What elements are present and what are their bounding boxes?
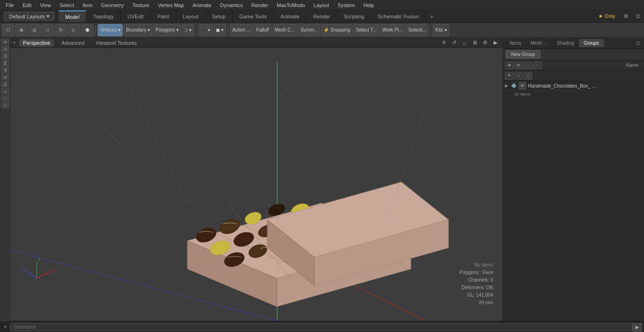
tb-action-btn[interactable]: Action ... <box>230 24 253 36</box>
panel-tab-shading[interactable]: Shading <box>552 39 579 47</box>
gt-up-btn[interactable]: ↑ <box>533 62 542 69</box>
sidebar-item-b[interactable]: B <box>1 39 9 45</box>
menu-edit[interactable]: Edit <box>19 1 35 9</box>
new-group-button[interactable]: New Group <box>506 50 540 58</box>
gt2-r2-btn[interactable]: □ <box>524 72 532 80</box>
vp-ctrl-grid[interactable]: ⊞ <box>471 39 479 47</box>
command-input[interactable] <box>10 323 633 331</box>
polygons-info: Polygons : Face <box>459 269 493 276</box>
groups-list[interactable]: ▶ 👁 Handmade_Chocolates_Box_ ... 20 Item… <box>503 81 644 321</box>
group-row-chocolates[interactable]: ▶ 👁 Handmade_Chocolates_Box_ ... <box>503 81 644 91</box>
menu-select[interactable]: Select <box>56 1 78 9</box>
tb-workpl-btn[interactable]: Work Pl... <box>380 24 405 36</box>
tb-box-btn[interactable]: □ <box>41 24 54 36</box>
tab-model[interactable]: Model <box>58 10 86 22</box>
tb-black-btn[interactable]: ⬛ ▾ <box>198 24 213 36</box>
tb-kits-btn[interactable]: Kits ▾ <box>433 24 449 36</box>
menu-maxtomodo[interactable]: MaxToModo <box>273 1 309 9</box>
tb-play-btn[interactable]: ▷ <box>68 24 80 36</box>
vp-ctrl-rotate[interactable]: ↺ <box>450 39 458 47</box>
tab-schematicfusion[interactable]: Schematic Fusion <box>371 10 426 22</box>
vp-ctrl-zoom[interactable]: ⌕ <box>460 39 469 47</box>
maximize-icon[interactable]: ⊡ <box>632 13 644 19</box>
sidebar-item-f[interactable]: F <box>1 102 9 109</box>
expand-arrow-icon: ▶ <box>505 83 508 88</box>
gt2-eye-btn[interactable]: 👁 <box>505 72 513 80</box>
menu-item[interactable]: Item <box>79 1 96 9</box>
tab-uvedit[interactable]: UVEdit <box>121 10 150 22</box>
tb-polygons-btn[interactable]: Polygons ▾ <box>153 24 181 36</box>
sep4 <box>430 25 431 35</box>
sidebar-item-ve[interactable]: Ve <box>1 67 9 73</box>
menu-dynamics[interactable]: Dynamics <box>216 1 247 9</box>
tb-vertices-btn[interactable]: Vertices ▾ <box>98 24 123 36</box>
sidebar-item-d[interactable]: D <box>1 46 9 52</box>
menu-vertexmap[interactable]: Vertex Map <box>154 1 188 9</box>
panel-expand-right[interactable]: ⊡ <box>634 40 642 46</box>
tab-setup[interactable]: Setup <box>206 10 233 22</box>
sidebar-item-m[interactable]: Me <box>1 60 9 66</box>
tb-falloff-btn[interactable]: Falloff <box>254 24 272 36</box>
tab-scripting[interactable]: Scripting <box>338 10 372 22</box>
menu-animate[interactable]: Animate <box>189 1 215 9</box>
tb-dark-btn[interactable]: ◼ ▾ <box>214 24 226 36</box>
tb-rotate-btn[interactable]: ↻ <box>55 24 67 36</box>
tb-symm-btn[interactable]: Symm... <box>298 24 320 36</box>
tb-snapping-btn[interactable]: ⚡ Snapping <box>321 24 353 36</box>
gt-down-btn[interactable]: ↓ <box>524 62 532 69</box>
canvas-area[interactable]: X Y Z No Items Polygons : Face <box>10 48 503 321</box>
sidebar-item-po[interactable]: Po <box>1 81 9 88</box>
tab-render[interactable]: Render <box>306 10 337 22</box>
menu-view[interactable]: View <box>36 1 55 9</box>
vp-ctrl-crosshair[interactable]: ✛ <box>439 39 448 47</box>
vp-controls: ✛ ↺ ⌕ ⊞ ⚙ ▶ <box>439 39 500 47</box>
tab-topology[interactable]: Topology <box>86 10 121 22</box>
sidebar-item-c[interactable]: C <box>1 88 9 95</box>
panel-tab-groups[interactable]: Groups <box>579 39 604 47</box>
menu-help[interactable]: Help <box>360 1 378 9</box>
tb-meshc-btn[interactable]: Mesh C... <box>272 24 297 36</box>
tab-paint[interactable]: Paint <box>151 10 176 22</box>
tab-add[interactable]: + <box>426 13 438 20</box>
sidebar-item-e[interactable]: E <box>1 74 9 81</box>
star-only-toggle[interactable]: ★ Only <box>594 12 620 20</box>
tb-boundary-btn[interactable]: Boundary ▾ <box>124 24 152 36</box>
tb-shape-btn[interactable]: □ ▾ <box>182 24 194 36</box>
panel-tab-items[interactable]: Items <box>505 39 526 47</box>
tb-selectt-btn[interactable]: Select T... <box>354 24 379 36</box>
sep2 <box>196 25 197 35</box>
sep3 <box>228 25 228 35</box>
vp-tab-perspective[interactable]: Perspective <box>19 39 54 47</box>
vp-ctrl-settings[interactable]: ⚙ <box>481 39 489 47</box>
menu-file[interactable]: File <box>2 1 18 9</box>
gt2-r1-btn[interactable]: □ <box>514 72 523 80</box>
tab-gametools[interactable]: Game Tools <box>233 10 274 22</box>
no-items-text: No Items <box>459 261 493 269</box>
tb-center-btn[interactable]: ◎ <box>28 24 41 36</box>
menu-system[interactable]: System <box>334 1 359 9</box>
sidebar-item-dot[interactable]: ▫ <box>1 95 9 102</box>
tb-poly-btn[interactable]: ⬟ <box>81 24 93 36</box>
menu-geometry[interactable]: Geometry <box>97 1 127 9</box>
tab-layout[interactable]: Layout <box>176 10 206 22</box>
command-bar: > ▶ <box>0 322 644 332</box>
tab-animate[interactable]: Animate <box>274 10 306 22</box>
menu-texture[interactable]: Texture <box>129 1 153 9</box>
vp-tab-textures[interactable]: Viewport Textures <box>92 39 140 47</box>
tb-selecti-btn[interactable]: Selecti... <box>406 24 429 36</box>
panel-tab-mesh[interactable]: Mesh ... <box>526 39 552 47</box>
gt-eye-btn[interactable]: 👁 <box>505 62 513 69</box>
tb-select-btn[interactable]: ⬡ <box>2 24 14 36</box>
layouts-dropdown[interactable]: Default Layouts ▾ <box>4 12 55 21</box>
gt-refresh-btn[interactable]: ⟳ <box>514 62 523 69</box>
vp-tab-advanced[interactable]: Advanced <box>58 39 88 47</box>
command-go-button[interactable]: ▶ <box>633 323 642 332</box>
menu-render[interactable]: Render <box>248 1 272 9</box>
group-name: Handmade_Chocolates_Box_ ... <box>528 83 642 89</box>
right-panel: Items Mesh ... Shading Groups ⊡ New Grou… <box>503 38 644 332</box>
menu-layout[interactable]: Layout <box>310 1 333 9</box>
settings-icon[interactable]: ⚙ <box>620 13 632 19</box>
sidebar-item-du[interactable]: Du <box>1 53 9 59</box>
vp-ctrl-play[interactable]: ▶ <box>491 39 500 47</box>
tb-world-btn[interactable]: ⊕ <box>15 24 27 36</box>
